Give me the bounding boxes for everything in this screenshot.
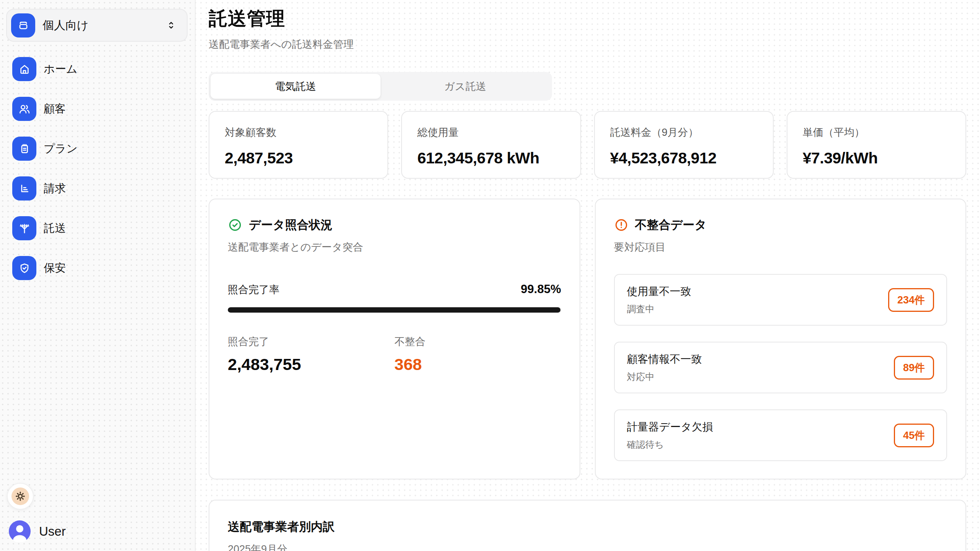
sidebar-item-billing[interactable]: 請求 bbox=[12, 176, 66, 201]
page-title: 託送管理 bbox=[209, 6, 966, 31]
stat-label: 総使用量 bbox=[417, 126, 565, 139]
issue-text: 使用量不一致 調査中 bbox=[627, 284, 691, 315]
user-menu[interactable]: User bbox=[7, 520, 66, 542]
sidebar-nav: ホーム 顧客 プラン bbox=[0, 57, 195, 280]
panel-title: 不整合データ bbox=[635, 217, 707, 233]
issue-list: 使用量不一致 調査中 234件 顧客情報不一致 対応中 89件 計量器データ欠損 bbox=[614, 274, 947, 461]
issue-text: 計量器データ欠損 確認待ち bbox=[627, 420, 713, 451]
mismatch-value: 368 bbox=[394, 355, 561, 374]
theme-toggle-button[interactable] bbox=[7, 483, 34, 510]
org-selector[interactable]: 個人向け bbox=[6, 9, 188, 42]
org-icon bbox=[11, 13, 35, 37]
issue-meter-data-missing[interactable]: 計量器データ欠損 確認待ち 45件 bbox=[614, 409, 947, 461]
inconsistency-header: 不整合データ bbox=[614, 217, 947, 233]
users-icon bbox=[12, 97, 36, 121]
sidebar-item-label: ホーム bbox=[44, 62, 77, 77]
main-content: 託送管理 送配電事業者への託送料金管理 電気託送 ガス託送 対象顧客数 2,48… bbox=[196, 0, 980, 551]
sidebar-item-safety[interactable]: 保安 bbox=[12, 256, 66, 280]
stat-cards: 対象顧客数 2,487,523 総使用量 612,345,678 kWh 託送料… bbox=[209, 111, 966, 179]
shield-check-icon bbox=[12, 256, 36, 280]
inconsistency-panel: 不整合データ 要対応項目 使用量不一致 調査中 234件 顧客情報不一致 対応中 bbox=[595, 199, 967, 479]
reconciliation-header: データ照合状況 bbox=[228, 217, 561, 233]
issue-text: 顧客情報不一致 対応中 bbox=[627, 352, 702, 383]
count-badge: 234件 bbox=[888, 288, 934, 312]
avatar bbox=[9, 520, 31, 542]
stat-value: 612,345,678 kWh bbox=[417, 149, 565, 167]
issue-title: 計量器データ欠損 bbox=[627, 420, 713, 434]
sidebar-item-home[interactable]: ホーム bbox=[12, 57, 77, 81]
stat-card-customers: 対象顧客数 2,487,523 bbox=[209, 111, 388, 179]
stat-label: 託送料金（9月分） bbox=[610, 126, 758, 139]
rate-value: 99.85% bbox=[521, 282, 561, 296]
issue-title: 使用量不一致 bbox=[627, 284, 691, 299]
stat-label: 単価（平均） bbox=[803, 126, 950, 139]
issue-usage-mismatch[interactable]: 使用量不一致 調査中 234件 bbox=[614, 274, 947, 326]
issue-status: 対応中 bbox=[627, 371, 702, 383]
sidebar-item-label: 顧客 bbox=[44, 101, 66, 117]
issue-status: 調査中 bbox=[627, 303, 691, 315]
operator-breakdown-panel: 送配電事業者別内訳 2025年9月分 事業者 顧客数 使用量 託送料金 構成比 bbox=[209, 500, 966, 551]
sidebar: 個人向け ホーム 顧客 bbox=[0, 0, 196, 551]
stat-value: ¥7.39/kWh bbox=[803, 149, 950, 167]
page-subtitle: 送配電事業者への託送料金管理 bbox=[209, 37, 966, 51]
notepad-icon bbox=[12, 137, 36, 161]
issue-status: 確認待ち bbox=[627, 439, 713, 451]
stat-label: 対象顧客数 bbox=[225, 126, 372, 139]
stat-card-unit-price: 単価（平均） ¥7.39/kWh bbox=[787, 111, 966, 179]
mismatch-stat: 不整合 368 bbox=[394, 335, 561, 374]
sidebar-item-label: プラン bbox=[44, 141, 78, 156]
reconciliation-progress-bar bbox=[228, 307, 561, 313]
stat-value: ¥4,523,678,912 bbox=[610, 149, 758, 167]
completed-value: 2,483,755 bbox=[228, 355, 394, 374]
progress-fill bbox=[228, 307, 560, 313]
stat-value: 2,487,523 bbox=[225, 149, 372, 167]
breakdown-subtitle: 2025年9月分 bbox=[228, 542, 947, 551]
completed-label: 照合完了 bbox=[228, 335, 394, 349]
sidebar-item-plans[interactable]: プラン bbox=[12, 137, 78, 161]
issue-title: 顧客情報不一致 bbox=[627, 352, 702, 367]
utility-pole-icon bbox=[12, 216, 36, 240]
breakdown-header: 送配電事業者別内訳 bbox=[228, 519, 947, 535]
reconciliation-stats: 照合完了 2,483,755 不整合 368 bbox=[228, 335, 561, 374]
panel-title: データ照合状況 bbox=[249, 217, 332, 233]
sidebar-item-label: 託送 bbox=[44, 221, 66, 236]
home-icon bbox=[12, 57, 36, 81]
count-badge: 89件 bbox=[894, 356, 934, 380]
reconciliation-panel: データ照合状況 送配電事業者とのデータ突合 照合完了率 99.85% 照合完了 … bbox=[209, 199, 580, 479]
completed-stat: 照合完了 2,483,755 bbox=[228, 335, 394, 374]
tab-gas[interactable]: ガス託送 bbox=[381, 74, 550, 99]
chevrons-up-down-icon bbox=[165, 20, 177, 31]
bar-chart-icon bbox=[12, 176, 36, 201]
consignment-type-tabs: 電気託送 ガス託送 bbox=[209, 72, 552, 101]
sidebar-item-customers[interactable]: 顧客 bbox=[12, 97, 66, 121]
sidebar-item-label: 請求 bbox=[44, 181, 66, 196]
panels-row: データ照合状況 送配電事業者とのデータ突合 照合完了率 99.85% 照合完了 … bbox=[209, 199, 966, 479]
sun-icon bbox=[11, 487, 29, 505]
check-circle-icon bbox=[228, 218, 242, 232]
panel-title: 送配電事業者別内訳 bbox=[228, 519, 335, 535]
stat-card-fee: 託送料金（9月分） ¥4,523,678,912 bbox=[594, 111, 774, 179]
rate-row: 照合完了率 99.85% bbox=[228, 282, 561, 297]
tab-electricity[interactable]: 電気託送 bbox=[211, 74, 381, 99]
issue-customer-info-mismatch[interactable]: 顧客情報不一致 対応中 89件 bbox=[614, 342, 947, 393]
panel-subtitle: 送配電事業者とのデータ突合 bbox=[228, 240, 561, 254]
mismatch-label: 不整合 bbox=[394, 335, 561, 349]
alert-circle-icon bbox=[614, 218, 629, 232]
count-badge: 45件 bbox=[894, 424, 934, 447]
sidebar-item-consignment[interactable]: 託送 bbox=[12, 216, 66, 240]
stat-card-total-usage: 総使用量 612,345,678 kWh bbox=[401, 111, 581, 179]
sidebar-item-label: 保安 bbox=[44, 261, 66, 276]
org-selector-label: 個人向け bbox=[42, 18, 89, 33]
user-name: User bbox=[39, 524, 66, 539]
rate-label: 照合完了率 bbox=[228, 283, 279, 297]
sidebar-footer: User bbox=[0, 483, 195, 551]
panel-subtitle: 要対応項目 bbox=[614, 240, 947, 254]
